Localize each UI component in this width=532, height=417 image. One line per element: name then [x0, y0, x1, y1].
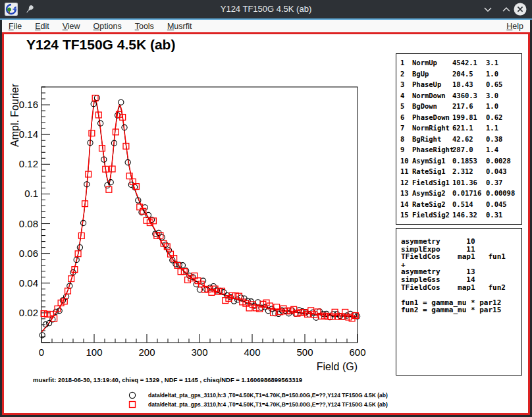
legend-row: data/deltat_pta_gps_3110,h:3 ,T0=4.50K,T…: [4, 391, 528, 400]
y-tick-label: 0.16: [19, 99, 38, 110]
param-name: AsymSig1: [412, 155, 452, 167]
x-tick-label: 200: [138, 347, 155, 358]
menu-item-options[interactable]: Options: [87, 22, 128, 31]
param-value: 4360.3: [452, 90, 486, 101]
param-n: 7: [400, 123, 412, 134]
param-value: 4542.1: [452, 57, 486, 69]
param-value: 42.62: [452, 134, 486, 145]
param-value: 101.36: [452, 177, 486, 188]
param-n: 6: [400, 112, 412, 123]
param-error: 1.0: [486, 101, 521, 112]
param-row: 11RateSig12.3120.043: [400, 166, 521, 177]
param-name: BgRight: [412, 134, 452, 145]
param-name: NormDown: [412, 90, 452, 101]
circle-marker-icon: [128, 391, 136, 399]
param-value: 0.514: [452, 199, 486, 210]
param-row: 15FieldSig2146.320.31: [400, 209, 521, 221]
window-title: Y124 TF150G 4.5K (ab): [0, 0, 532, 18]
data-point-square: [246, 305, 252, 311]
data-point-square: [113, 129, 119, 135]
plot-frame: [41, 87, 358, 343]
param-value: 18.43: [452, 79, 486, 90]
param-error: 1.1: [486, 123, 521, 134]
theory-box[interactable]: asymmetry 10 simplExpo 11 TFieldCos map1…: [396, 228, 522, 375]
param-n: 15: [400, 209, 412, 221]
param-name: PhaseUp: [412, 79, 452, 90]
param-error: 0.0028: [486, 155, 521, 167]
data-point-circle: [201, 278, 206, 283]
data-point-circle: [77, 245, 82, 250]
y-axis-title: Ampl. Fourier: [9, 83, 20, 147]
y-tick-label: 0.14: [19, 128, 38, 140]
param-error: 0.62: [486, 112, 521, 123]
param-name: BgDown: [412, 101, 452, 112]
param-row: 4NormDown4360.33.0: [400, 90, 521, 101]
param-value: 0.01716: [452, 188, 486, 199]
param-error: 0.00098: [486, 188, 521, 199]
y-tick-label: 0.08: [19, 218, 38, 229]
param-n: 8: [400, 134, 412, 145]
maximize-button[interactable]: [499, 3, 514, 16]
close-button[interactable]: [513, 3, 527, 16]
param-value: 287.0: [452, 144, 486, 155]
fit-parameter-box[interactable]: 1NormUp4542.13.12BgUp204.51.03PhaseUp18.…: [396, 53, 522, 225]
menu-item-musrfit[interactable]: Musrfit: [161, 22, 199, 31]
param-row: 3PhaseUp18.430.65: [400, 79, 521, 90]
param-n: 4: [400, 90, 412, 101]
menu-item-view[interactable]: View: [56, 22, 87, 31]
param-value: 2.312: [452, 166, 486, 177]
param-n: 11: [400, 166, 412, 177]
menu-item-file[interactable]: File: [2, 22, 28, 31]
param-n: 13: [400, 188, 412, 199]
menu-item-help[interactable]: Help: [500, 22, 530, 31]
param-name: FieldSig2: [412, 209, 452, 221]
x-tick-label: 100: [86, 347, 102, 358]
param-error: 0.045: [486, 199, 521, 210]
param-value: 199.81: [452, 112, 486, 123]
legend-label: data/deltat_pta_gps_3110,h:4 ,T0=4.50K,T…: [148, 401, 388, 408]
y-tick-label: 0.04: [19, 277, 38, 289]
data-point-circle: [105, 182, 110, 188]
root-canvas[interactable]: Y124 TF150G 4.5K (ab) 010020030040050060…: [2, 32, 530, 415]
data-point-circle: [142, 205, 147, 210]
data-point-circle: [40, 333, 45, 338]
param-row: 8BgRight42.620.38: [400, 134, 521, 145]
menu-item-tools[interactable]: Tools: [128, 22, 161, 31]
param-error: 3.0: [486, 90, 521, 101]
x-tick-label: 300: [191, 347, 207, 358]
param-row: 14RateSig20.5140.045: [400, 199, 521, 210]
param-n: 10: [400, 155, 412, 167]
param-name: AsymSig2: [412, 188, 452, 199]
data-point-circle: [119, 99, 124, 105]
x-tick-label: 500: [296, 347, 313, 358]
y-tick-label: 0.02: [19, 307, 38, 318]
param-name: RateSig2: [412, 199, 452, 210]
param-n: 3: [400, 79, 412, 90]
scatter-series-h3: [40, 96, 360, 338]
param-row: 5BgDown217.61.0: [400, 101, 521, 112]
param-error: 1.4: [486, 144, 521, 155]
menubar: FileEditViewOptionsToolsMusrfit Help: [2, 20, 530, 32]
param-row: 1NormUp4542.13.1: [400, 57, 521, 69]
param-n: 5: [400, 101, 412, 112]
param-error: 1.0: [486, 69, 521, 80]
param-error: 0.043: [486, 166, 521, 177]
param-name: NormUp: [412, 57, 452, 69]
param-name: PhaseRight: [412, 144, 452, 155]
y-tick-label: 0.12: [19, 158, 38, 169]
square-marker-icon: [128, 401, 136, 408]
param-n: 1: [400, 57, 412, 69]
param-row: 6PhaseDown199.810.62: [400, 112, 521, 123]
param-row: 12FieldSig1101.360.37: [400, 177, 521, 188]
data-point-square: [48, 312, 54, 318]
menu-item-edit[interactable]: Edit: [28, 22, 56, 31]
y-tick-label: 0.1: [24, 188, 38, 199]
param-row: 7NormRight621.11.1: [400, 123, 521, 134]
data-point-square: [99, 146, 105, 152]
param-n: 2: [400, 69, 412, 80]
param-row: 2BgUp204.51.0: [400, 69, 521, 80]
param-value: 146.32: [452, 209, 486, 221]
minimize-button[interactable]: [481, 3, 495, 16]
param-row: 10AsymSig10.18530.0028: [400, 155, 521, 167]
param-name: PhaseDown: [412, 112, 452, 123]
